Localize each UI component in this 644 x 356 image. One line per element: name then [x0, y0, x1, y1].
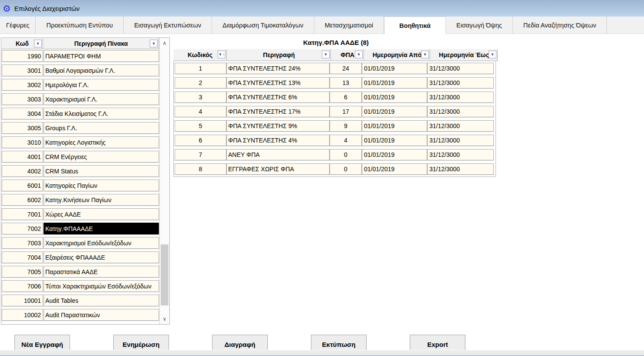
tab[interactable]: Εισαγωγή Εκτυπώσεων: [124, 17, 212, 34]
tab[interactable]: Προεκτύπωση Εντύπου: [36, 17, 124, 34]
detail-date-to-cell: 31/12/3000: [427, 106, 494, 117]
tables-list-body: 1990 ΠΑΡΑΜΕΤΡΟΙ ΦΗΜ 3001 Βαθμοί Λογαριασ…: [1, 49, 159, 324]
detail-date-from-cell: 01/01/2019: [362, 92, 427, 103]
table-row[interactable]: 4002 CRM Status: [2, 165, 159, 177]
column-header-date-to[interactable]: Ημερομηνία Έως ▼: [430, 49, 498, 61]
detail-date-from-cell: 01/01/2019: [362, 120, 427, 132]
table-row[interactable]: 7005 Παραστατικά ΑΑΔΕ: [2, 266, 159, 278]
row-code-cell: 7006: [2, 280, 43, 292]
tab[interactable]: Διαμόρφωση Τιμοκαταλόγων: [212, 17, 314, 34]
chevron-down-icon[interactable]: ▼: [322, 51, 330, 58]
detail-vat-cell: 24: [330, 63, 362, 74]
chevron-down-icon[interactable]: ▼: [34, 40, 42, 47]
detail-panel: Κατηγ.ΦΠΑ ΑΑΔΕ (8) Κωδικός ▼↑ Περιγραφή …: [173, 37, 499, 177]
chevron-up-icon[interactable]: ∧: [160, 39, 169, 47]
row-code-cell: 4002: [2, 165, 43, 177]
chevron-down-icon[interactable]: ▼: [421, 51, 429, 58]
column-header-label: Περιγραφή: [263, 51, 295, 58]
vertical-scrollbar[interactable]: ∧ ∨: [159, 38, 169, 324]
table-row[interactable]: 6002 Κατηγ.Κινήσεων Παγίων: [2, 194, 159, 206]
table-row[interactable]: 3005 Groups Γ.Λ.: [2, 122, 159, 134]
detail-table-header: Κωδικός ▼↑ Περιγραφή ▼ ΦΠΑ ▼ Ημερομηνία …: [173, 49, 499, 61]
column-header-date-from[interactable]: Ημερομηνία Από ▼: [364, 49, 430, 61]
tab[interactable]: Μετασχηματισμοί: [314, 17, 384, 34]
tables-list-header: Κωδ ▼ Περιγραφή Πίνακα ▼: [1, 38, 169, 49]
row-code-cell: 10001: [2, 295, 43, 306]
titlebar[interactable]: ⚙ Επιλογές Διαχειριστών: [0, 0, 644, 17]
row-code-cell: 3010: [2, 136, 43, 148]
table-row[interactable]: 7004 Εξαιρέσεις ΦΠΑΑΑΔΕ: [2, 251, 159, 263]
detail-code-cell: 8: [175, 163, 226, 175]
detail-description-cell: ΦΠΑ ΣΥΝΤΕΛΕΣΤΗΣ 9%: [226, 120, 330, 132]
table-row[interactable]: 3002 Ημερολόγια Γ.Λ.: [2, 79, 159, 91]
row-description-cell: Εξαιρέσεις ΦΠΑΑΑΔΕ: [44, 251, 159, 263]
row-code-cell: 3004: [2, 108, 43, 119]
detail-date-to-cell: 31/12/3000: [427, 63, 494, 74]
scrollbar-thumb[interactable]: [161, 244, 169, 305]
detail-row[interactable]: 6 ΦΠΑ ΣΥΝΤΕΛΕΣΤΗΣ 4% 4 01/01/2019 31/12/…: [175, 135, 495, 146]
row-code-cell: 3005: [2, 122, 43, 134]
column-header-label: Περιγραφή Πίνακα: [74, 40, 128, 47]
table-row[interactable]: 4001 CRM Ενέργειες: [2, 151, 159, 163]
table-row[interactable]: 3001 Βαθμοί Λογαριασμών Γ.Λ.: [2, 64, 159, 76]
tab[interactable]: Εισαγωγή Όψης: [446, 17, 513, 34]
row-code-cell: 3001: [2, 64, 43, 76]
row-description-cell: CRM Ενέργειες: [44, 151, 159, 163]
row-code-cell: 1990: [2, 50, 43, 62]
column-header-kodikos[interactable]: Κωδικός ▼↑: [173, 49, 227, 61]
detail-date-to-cell: 31/12/3000: [427, 163, 494, 175]
row-description-cell: Χαρακτηρισμοί Εσόδων/εξόδων: [44, 237, 159, 249]
tab[interactable]: Πεδία Αναζήτησης Όψεων: [513, 17, 607, 34]
detail-code-cell: 5: [175, 120, 226, 132]
table-row[interactable]: 7002 Κατηγ.ΦΠΑΑΑΔΕ: [2, 223, 159, 234]
chevron-down-icon[interactable]: ▼: [489, 51, 496, 58]
tab[interactable]: Βοηθητικά: [384, 17, 446, 34]
table-row[interactable]: 7001 Χώρες ΑΑΔΕ: [2, 208, 159, 220]
table-row[interactable]: 7006 Τύποι Χαρακτηρισμών Εσόδων/εξόδων: [2, 280, 159, 292]
status-strip: [0, 350, 644, 356]
tab-bar: ΓέφυρεςΠροεκτύπωση ΕντύπουΕισαγωγή Εκτυπ…: [0, 17, 644, 34]
detail-row[interactable]: 1 ΦΠΑ ΣΥΝΤΕΛΕΣΤΗΣ 24% 24 01/01/2019 31/1…: [175, 63, 495, 74]
table-row[interactable]: 10001 Audit Tables: [2, 295, 159, 306]
detail-vat-cell: 9: [330, 120, 362, 132]
table-row[interactable]: 10002 Audit Παραστατικών: [2, 309, 159, 321]
column-header-label: ΦΠΑ: [341, 51, 354, 58]
detail-row[interactable]: 7 ΑΝΕΥ ΦΠΑ 0 01/01/2019 31/12/3000: [175, 149, 495, 160]
detail-date-from-cell: 01/01/2019: [362, 163, 427, 175]
tab[interactable]: Γέφυρες: [0, 17, 36, 34]
column-header-table-description[interactable]: Περιγραφή Πίνακα ▼: [43, 38, 159, 49]
row-code-cell: 6002: [2, 194, 43, 206]
detail-row[interactable]: 2 ΦΠΑ ΣΥΝΤΕΛΕΣΤΗΣ 13% 13 01/01/2019 31/1…: [175, 77, 495, 88]
detail-vat-cell: 0: [330, 163, 362, 175]
detail-date-from-cell: 01/01/2019: [362, 106, 427, 117]
detail-date-to-cell: 31/12/3000: [427, 149, 494, 160]
table-row[interactable]: 3003 Χαρακτηρισμοί Γ.Λ.: [2, 93, 159, 105]
detail-description-cell: ΕΓΓΡΑΦΕΣ ΧΩΡΙΣ ΦΠΑ: [226, 163, 330, 175]
detail-row[interactable]: 5 ΦΠΑ ΣΥΝΤΕΛΕΣΤΗΣ 9% 9 01/01/2019 31/12/…: [175, 120, 495, 132]
column-header-code[interactable]: Κωδ ▼: [1, 38, 43, 49]
table-row[interactable]: 6001 Κατηγορίες Παγίων: [2, 180, 159, 191]
column-header-perigrafi[interactable]: Περιγραφή ▼: [227, 49, 331, 61]
window-title: Επιλογές Διαχειριστών: [14, 5, 80, 12]
table-row[interactable]: 7003 Χαρακτηρισμοί Εσόδων/εξόδων: [2, 237, 159, 249]
chevron-down-icon[interactable]: ▼: [150, 40, 158, 47]
row-code-cell: 7005: [2, 266, 43, 278]
column-header-fpa[interactable]: ΦΠΑ ▼: [331, 49, 364, 61]
detail-row[interactable]: 4 ΦΠΑ ΣΥΝΤΕΛΕΣΤΗΣ 17% 17 01/01/2019 31/1…: [175, 106, 495, 117]
row-code-cell: 4001: [2, 151, 43, 163]
table-row[interactable]: 3010 Κατηγορίες Λογιστικής: [2, 136, 159, 148]
sort-ascending-icon[interactable]: ▼↑: [218, 51, 226, 58]
table-row[interactable]: 1990 ΠΑΡΑΜΕΤΡΟΙ ΦΗΜ: [2, 50, 159, 62]
chevron-down-icon[interactable]: ▼: [355, 51, 363, 58]
row-code-cell: 6001: [2, 180, 43, 191]
detail-date-from-cell: 01/01/2019: [362, 135, 427, 146]
table-row[interactable]: 3004 Στάδια Κλεισίματος Γ.Λ.: [2, 108, 159, 119]
detail-row[interactable]: 3 ΦΠΑ ΣΥΝΤΕΛΕΣΤΗΣ 6% 6 01/01/2019 31/12/…: [175, 92, 495, 103]
admin-options-window: ⚙ Επιλογές Διαχειριστών ΓέφυρεςΠροεκτύπω…: [0, 0, 644, 356]
detail-date-to-cell: 31/12/3000: [427, 92, 494, 103]
chevron-down-icon[interactable]: ∨: [160, 315, 169, 323]
detail-code-cell: 6: [175, 135, 226, 146]
tables-list-panel: Κωδ ▼ Περιγραφή Πίνακα ▼ 1990 ΠΑΡΑΜΕΤΡΟΙ…: [1, 37, 170, 325]
detail-row[interactable]: 8 ΕΓΓΡΑΦΕΣ ΧΩΡΙΣ ΦΠΑ 0 01/01/2019 31/12/…: [175, 163, 495, 175]
row-code-cell: 7003: [2, 237, 43, 249]
